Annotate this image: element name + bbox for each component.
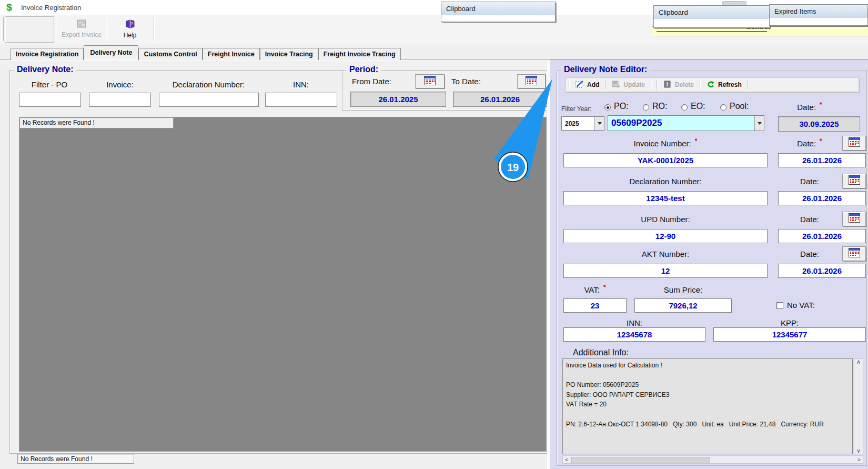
filter-invoice-label: Invoice: (86, 80, 154, 89)
upd-date-input[interactable] (778, 229, 866, 243)
chevron-down-icon[interactable] (754, 116, 764, 131)
year-combobox[interactable]: 2025 (561, 116, 604, 131)
additional-info-textarea[interactable]: Invoice Data used for Calculation ! PO N… (562, 358, 853, 454)
window-title: Invoice Registration (21, 4, 81, 12)
clipboard-popup-title: Clipboard (441, 2, 555, 15)
update-button[interactable]: Update (608, 80, 648, 90)
invoice-date-label: Date: * (778, 139, 841, 148)
to-date-calendar-button[interactable] (517, 74, 546, 88)
kpp-input[interactable] (713, 327, 866, 342)
akt-date-input[interactable] (778, 264, 866, 278)
delete-label: Delete (675, 81, 694, 88)
clipboard-popup: Clipboard (441, 2, 556, 22)
refresh-button[interactable]: Refresh (703, 80, 745, 90)
from-date-label: From Date: (352, 77, 391, 86)
declaration-date-calendar-button[interactable] (842, 174, 866, 188)
required-marker: * (820, 137, 822, 145)
editor-toolbar-separator (605, 80, 605, 89)
update-icon (611, 80, 621, 90)
horizontal-scrollbar[interactable]: < > (562, 455, 863, 464)
tab-invoice-tracing[interactable]: Invoice Tracing (260, 48, 318, 60)
invoice-number-input[interactable] (563, 153, 768, 167)
records-grid[interactable]: No Records were Found ! (19, 117, 547, 452)
expired-items-popup: Expired Items (769, 4, 868, 26)
filter-declaration-label: Declaration Number: (157, 80, 260, 89)
chevron-down-icon[interactable] (594, 117, 604, 130)
blank-toolbar-button[interactable] (5, 16, 54, 43)
pool-radio[interactable] (720, 104, 726, 111)
eo-radio[interactable] (681, 104, 688, 111)
upd-date-calendar-button[interactable] (842, 212, 866, 226)
scroll-down-icon[interactable]: ∨ (854, 448, 863, 454)
ro-radio[interactable] (643, 104, 649, 111)
editor-frame-title: Delivery Note Editor: (561, 65, 650, 74)
filter-declaration-input[interactable] (159, 93, 259, 107)
akt-number-label: AKT Number: (563, 250, 768, 258)
tab-invoice-registration[interactable]: Invoice Registration (11, 48, 84, 60)
export-invoice-icon (77, 19, 86, 29)
refresh-label: Refresh (718, 81, 742, 88)
help-label: Help (124, 32, 137, 39)
filter-inn-label: INN: (264, 80, 338, 89)
expired-items-title: Expired Items (770, 5, 867, 18)
period-frame: Period: From Date: 26.01.2025 To Date: 2… (342, 70, 548, 111)
editor-toolbar-separator (700, 80, 700, 89)
sum-price-input[interactable] (634, 298, 732, 313)
eo-radio-label: EO: (691, 102, 705, 111)
tab-delivery-note[interactable]: Delivery Note (84, 45, 138, 60)
scrollbar-thumb[interactable] (571, 457, 710, 463)
scroll-right-icon[interactable]: > (855, 457, 863, 463)
no-vat-checkbox[interactable] (776, 302, 783, 309)
calendar-icon (849, 248, 860, 260)
add-icon (575, 80, 584, 90)
export-invoice-button[interactable]: Export Invoice (59, 16, 104, 42)
akt-date-calendar-button[interactable] (842, 246, 866, 261)
invoice-number-label: Invoice Number: * (563, 139, 768, 148)
tab-customs-control[interactable]: Customs Control (138, 48, 202, 60)
to-date-value: 26.01.2026 (453, 92, 547, 107)
delivery-note-frame: Delivery Note: Filter - PO Invoice: Decl… (9, 70, 548, 454)
vat-label: VAT: * (563, 285, 627, 294)
inn-input[interactable] (563, 327, 705, 342)
toolbar-separator (106, 17, 106, 41)
vertical-scrollbar[interactable]: ∧ ∨ (854, 358, 863, 454)
vat-input[interactable] (563, 298, 627, 313)
declaration-number-input[interactable] (563, 191, 768, 205)
editor-toolbar-separator (569, 80, 569, 89)
calendar-icon (849, 213, 860, 225)
upd-number-input[interactable] (563, 229, 768, 243)
po-number-combobox[interactable]: 05609P2025 (608, 115, 764, 131)
filter-po-input[interactable] (19, 93, 81, 107)
po-date-label: Date: * (778, 103, 841, 112)
clipboard-popup-2: Clipboard (653, 5, 770, 28)
scroll-left-icon[interactable]: < (563, 457, 570, 463)
declaration-date-input[interactable] (778, 191, 866, 205)
declaration-date-label: Date: (778, 177, 841, 186)
po-radio[interactable] (604, 104, 611, 111)
clipboard-popup-2-title: Clipboard (654, 6, 770, 19)
grid-header-no-records[interactable]: No Records were Found ! (19, 117, 174, 128)
delivery-note-editor-frame: Delivery Note Editor: Add Update Delete … (557, 70, 867, 466)
invoice-date-calendar-button[interactable] (842, 136, 866, 151)
po-date-value: 30.09.2025 (778, 116, 860, 132)
filter-invoice-input[interactable] (89, 93, 151, 107)
scroll-up-icon[interactable]: ∧ (854, 359, 863, 365)
status-message: No Records were Found ! (17, 454, 134, 464)
obscured-text (657, 31, 767, 32)
tab-freight-invoice[interactable]: Freight Invoice (203, 48, 260, 60)
sum-price-label: Sum Price: (634, 285, 732, 294)
akt-number-input[interactable] (563, 264, 768, 278)
help-button[interactable]: Help (109, 16, 151, 42)
tab-freight-invoice-tracing[interactable]: Freight Invoice Tracing (318, 48, 401, 60)
invoice-date-input[interactable] (778, 153, 866, 167)
toolbar-separator (154, 17, 154, 41)
add-button[interactable]: Add (572, 80, 602, 90)
from-date-calendar-button[interactable] (415, 74, 445, 88)
app-dollar-icon: $ (6, 2, 12, 13)
delete-button[interactable]: Delete (660, 80, 697, 90)
toolbar-gripper[interactable] (2, 17, 4, 41)
additional-info-label: Additional Info: (573, 348, 629, 357)
delete-icon (663, 80, 672, 90)
filter-inn-input[interactable] (265, 93, 337, 107)
upd-date-label: Date: (778, 215, 841, 224)
